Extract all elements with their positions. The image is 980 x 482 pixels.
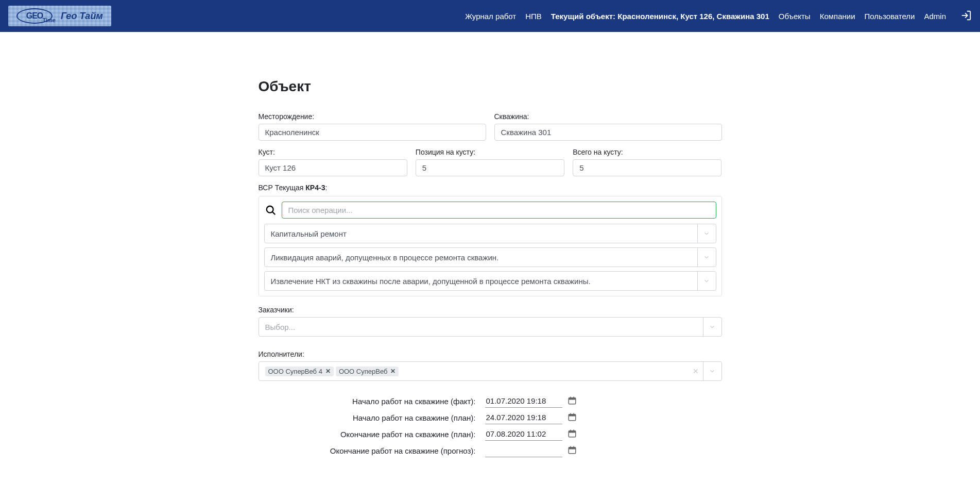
calendar-icon[interactable] <box>568 412 577 423</box>
svg-rect-3 <box>569 397 576 400</box>
chevron-down-icon[interactable] <box>697 272 716 290</box>
well-input[interactable] <box>494 124 722 141</box>
chevron-down-icon[interactable] <box>697 224 716 243</box>
calendar-icon[interactable] <box>568 445 577 456</box>
bsr-label: ВСР Текущая КР4-3: <box>259 184 722 192</box>
page-title: Объект <box>259 78 722 95</box>
bush-input[interactable] <box>259 159 407 176</box>
start-plan-input[interactable] <box>485 411 562 424</box>
well-label: Скважина: <box>494 112 722 121</box>
logout-icon[interactable] <box>960 10 972 23</box>
bsr-box: Капитальный ремонт Ликвидация аварий, до… <box>259 196 722 296</box>
start-fact-label: Начало работ на скважине (факт): <box>259 397 485 406</box>
customers-label: Заказчики: <box>259 306 294 314</box>
bush-label: Куст: <box>259 148 407 156</box>
svg-rect-11 <box>569 430 576 433</box>
end-forecast-input[interactable] <box>485 444 562 457</box>
top-navbar: GEO Time Гео Тайм Журнал работ НПВ Текущ… <box>0 0 980 32</box>
bsr-select-2-value: Ликвидация аварий, допущенных в процессе… <box>265 248 697 267</box>
customers-placeholder: Выбор... <box>259 318 703 336</box>
logo-text-ru: Гео Тайм <box>61 11 103 22</box>
position-label: Позиция на кусту: <box>416 148 564 156</box>
start-fact-input[interactable] <box>485 394 562 408</box>
clear-all-icon[interactable]: ✕ <box>689 362 703 380</box>
logo-text-geo: GEO <box>26 11 43 21</box>
search-icon <box>264 205 278 216</box>
customers-select[interactable]: Выбор... <box>259 317 722 337</box>
nav-current-object[interactable]: Текущий объект: Красноленинск, Куст 126,… <box>551 12 769 21</box>
field-label: Месторождение: <box>259 112 486 121</box>
executor-tag-2: ООО СуперВеб ✕ <box>336 367 399 376</box>
nav-links: Журнал работ НПВ Текущий объект: Краснол… <box>465 10 972 23</box>
executor-tag-1: ООО СуперВеб 4 ✕ <box>265 367 334 376</box>
tag-remove-icon[interactable]: ✕ <box>325 368 331 375</box>
bsr-select-2[interactable]: Ликвидация аварий, допущенных в процессе… <box>264 247 716 267</box>
bsr-select-3-value: Извлечение НКТ из скважины после аварии,… <box>265 272 697 290</box>
bsr-select-1-value: Капитальный ремонт <box>265 224 697 243</box>
svg-line-1 <box>272 211 275 214</box>
executors-tags: ООО СуперВеб 4 ✕ ООО СуперВеб ✕ <box>259 362 689 380</box>
nav-users[interactable]: Пользователи <box>865 12 915 21</box>
total-label: Всего на кусту: <box>573 148 721 156</box>
end-plan-input[interactable] <box>485 427 562 441</box>
svg-rect-15 <box>569 447 576 449</box>
nav-npv[interactable]: НПВ <box>525 12 542 21</box>
position-input[interactable] <box>416 159 564 176</box>
tag-remove-icon[interactable]: ✕ <box>390 368 396 375</box>
calendar-icon[interactable] <box>568 396 577 407</box>
operation-search-input[interactable] <box>282 202 716 219</box>
chevron-down-icon[interactable] <box>703 362 721 380</box>
executors-label: Исполнители: <box>259 350 304 358</box>
chevron-down-icon[interactable] <box>703 318 721 336</box>
field-input[interactable] <box>259 124 486 141</box>
bsr-select-3[interactable]: Извлечение НКТ из скважины после аварии,… <box>264 271 716 291</box>
svg-rect-7 <box>569 414 576 416</box>
svg-point-0 <box>266 206 273 212</box>
bsr-select-1[interactable]: Капитальный ремонт <box>264 224 716 243</box>
chevron-down-icon[interactable] <box>697 248 716 267</box>
calendar-icon[interactable] <box>568 429 577 440</box>
logo[interactable]: GEO Time Гео Тайм <box>8 6 111 26</box>
main-content: Объект Месторождение: Скважина: Куст: По… <box>259 32 722 481</box>
start-plan-label: Начало работ на скважине (план): <box>259 413 485 422</box>
logo-text-time: Time <box>43 17 56 23</box>
executors-select[interactable]: ООО СуперВеб 4 ✕ ООО СуперВеб ✕ ✕ <box>259 361 722 381</box>
end-forecast-label: Окончание работ на скважине (прогноз): <box>259 446 485 455</box>
end-plan-label: Окончание работ на скважине (план): <box>259 430 485 439</box>
nav-companies[interactable]: Компании <box>820 12 855 21</box>
total-input[interactable] <box>573 159 721 176</box>
nav-admin[interactable]: Admin <box>924 12 946 21</box>
nav-journal[interactable]: Журнал работ <box>465 12 516 21</box>
nav-objects[interactable]: Объекты <box>779 12 811 21</box>
